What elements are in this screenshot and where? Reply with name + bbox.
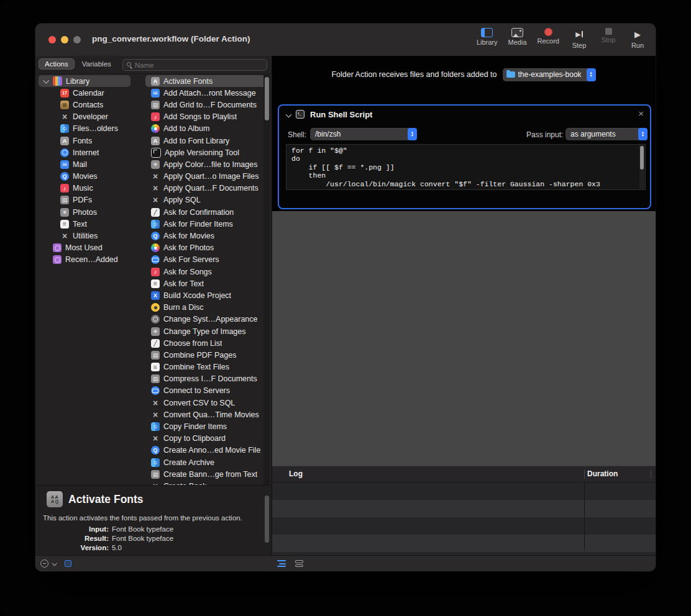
action-list-item[interactable]: Activate Fonts: [145, 75, 266, 87]
close-window-icon[interactable]: [48, 36, 56, 43]
action-list-item[interactable]: Create Archive: [145, 456, 266, 468]
action-list-item[interactable]: Add to Album: [145, 123, 266, 135]
block-disclosure-icon[interactable]: [286, 112, 292, 118]
toolbar-button[interactable]: Media: [508, 28, 527, 49]
action-list-item[interactable]: Apply Quart…F Documents: [145, 183, 266, 194]
action-list-item[interactable]: Add to Font Library: [145, 135, 266, 147]
disclosure-chevron-icon[interactable]: [43, 78, 49, 84]
action-list-item[interactable]: Choose from List: [145, 337, 266, 349]
action-list-item[interactable]: Ask for Text: [145, 278, 266, 289]
sidebar-item[interactable]: Photos: [35, 206, 143, 218]
action-list-item[interactable]: Create Bann…ge from Text: [145, 468, 266, 480]
search-field[interactable]: [122, 59, 267, 71]
action-list-item[interactable]: Ask for Songs: [145, 266, 266, 278]
pass-input-popup[interactable]: as arguments: [565, 128, 648, 140]
folder-popup[interactable]: the-examples-book: [503, 68, 596, 81]
desktop: png_converter.workflow (Folder Action) L…: [0, 0, 691, 616]
action-list-item-label: Add Songs to Playlist: [163, 112, 237, 121]
sidebar-item[interactable]: Utilities: [35, 230, 143, 242]
action-list-item[interactable]: Add Grid to…F Documents: [145, 99, 266, 111]
action-list-item[interactable]: Apple Versioning Tool: [145, 147, 266, 158]
action-list-item[interactable]: Change Type of Images: [145, 325, 266, 337]
column-separator[interactable]: [651, 470, 651, 479]
toolbar-button[interactable]: Library: [477, 28, 498, 49]
action-list-item[interactable]: Build Xcode Project: [145, 289, 266, 301]
action-list-item[interactable]: Combine PDF Pages: [145, 349, 266, 361]
chevron-down-icon[interactable]: [52, 561, 57, 566]
sidebar-item[interactable]: Contacts: [35, 99, 143, 111]
action-list-item[interactable]: Connect to Servers: [145, 385, 266, 397]
remove-action-icon[interactable]: [40, 559, 48, 568]
shell-popup[interactable]: /bin/zsh: [310, 128, 417, 140]
shell-script-editor[interactable]: for f in "$@" do if [[ $f == *.png ]] th…: [286, 144, 646, 190]
description-scrollbar-thumb[interactable]: [265, 496, 269, 543]
pen-icon: [151, 208, 160, 217]
tab-variables[interactable]: Variables: [76, 58, 117, 70]
action-list-item[interactable]: Apply Quart…o Image Files: [145, 171, 266, 183]
action-list-item[interactable]: Ask for Confirmation: [145, 206, 266, 218]
action-list-item[interactable]: Ask For Servers: [145, 254, 266, 266]
pane-divider[interactable]: [272, 56, 272, 556]
pdf-icon: [151, 470, 160, 479]
action-list-item[interactable]: Apply SQL: [145, 194, 266, 206]
minimize-window-icon[interactable]: [61, 36, 68, 43]
sidebar-item[interactable]: Internet: [35, 147, 143, 158]
media-browser-icon[interactable]: [65, 560, 71, 567]
action-list-item[interactable]: Apply Color…file to Images: [145, 158, 266, 170]
action-list-item[interactable]: Compress I…F Documents: [145, 373, 266, 385]
action-list-item[interactable]: Add Songs to Playlist: [145, 111, 266, 123]
actions-scrollbar-track[interactable]: [263, 73, 270, 486]
finder-icon: [60, 124, 69, 133]
sidebar-item[interactable]: Mail: [35, 158, 143, 170]
library-children: Calendar Contacts Developer Files…olders: [35, 87, 143, 242]
action-list-item[interactable]: Copy to Clipboard: [145, 433, 266, 445]
contacts-icon: [60, 101, 69, 109]
sidebar-item[interactable]: Files…olders: [35, 123, 143, 135]
zoom-window-icon[interactable]: [73, 36, 81, 43]
toolbar-button[interactable]: Step: [570, 28, 588, 49]
workflow-header-area: Folder Action receives files and folders…: [272, 56, 656, 211]
sidebar-item[interactable]: Recen…Added: [35, 254, 143, 266]
sidebar-item-library[interactable]: Library: [39, 75, 130, 87]
sidebar-item[interactable]: Movies: [35, 171, 143, 183]
list-view-icon[interactable]: [277, 560, 286, 567]
library-root-items: Most Used Recen…Added: [35, 242, 143, 266]
sidebar-item[interactable]: PDFs: [35, 194, 143, 206]
sidebar-item[interactable]: Text: [35, 218, 143, 230]
sidebar-item[interactable]: Developer: [35, 111, 143, 123]
action-list-item[interactable]: Ask for Finder Items: [145, 218, 266, 230]
sidebar-item[interactable]: Most Used: [35, 242, 143, 254]
toolbar-button[interactable]: Stop: [599, 28, 618, 49]
action-list-item[interactable]: Combine Text Files: [145, 361, 266, 373]
action-list-item-label: Combine PDF Pages: [163, 351, 236, 360]
action-list-item[interactable]: Convert CSV to SQL: [145, 397, 266, 409]
close-icon[interactable]: ×: [638, 108, 644, 119]
actions-scrollbar-thumb[interactable]: [265, 77, 269, 120]
sidebar-item[interactable]: Music: [35, 183, 143, 194]
library-tabsbar: Actions Variables: [35, 56, 272, 74]
action-list-item[interactable]: Add Attach…ront Message: [145, 87, 266, 99]
sidebar-item[interactable]: Calendar: [35, 87, 143, 99]
tools-icon: [151, 196, 160, 204]
action-list-item[interactable]: Ask for Photos: [145, 242, 266, 254]
description-title: Activate Fonts: [68, 493, 144, 506]
shell-label: Shell:: [288, 130, 306, 139]
action-list-item[interactable]: Copy Finder Items: [145, 420, 266, 432]
stack-view-icon[interactable]: [295, 560, 303, 567]
action-list-item[interactable]: Burn a Disc: [145, 302, 266, 314]
toolbar-button-label: Run: [631, 42, 644, 49]
shell-script-code[interactable]: for f in "$@" do if [[ $f == *.png ]] th…: [286, 145, 645, 190]
action-list-item[interactable]: Ask for Movies: [145, 230, 266, 242]
action-list-item[interactable]: Change Syst…Appearance: [145, 314, 266, 325]
action-list-item[interactable]: Convert Qua…Time Movies: [145, 409, 266, 420]
action-list-item[interactable]: Create Anno…ed Movie File: [145, 445, 266, 456]
toolbar-button-label: Step: [572, 42, 587, 49]
column-separator[interactable]: [584, 470, 585, 479]
toolbar-button[interactable]: Record: [538, 28, 559, 49]
code-scrollbar-thumb[interactable]: [640, 146, 644, 170]
toolbar-button[interactable]: Run: [628, 28, 647, 49]
sidebar-item[interactable]: Fonts: [35, 135, 143, 147]
action-list-item-label: Choose from List: [163, 339, 222, 348]
search-input[interactable]: [135, 61, 267, 69]
tab-actions[interactable]: Actions: [39, 58, 75, 70]
